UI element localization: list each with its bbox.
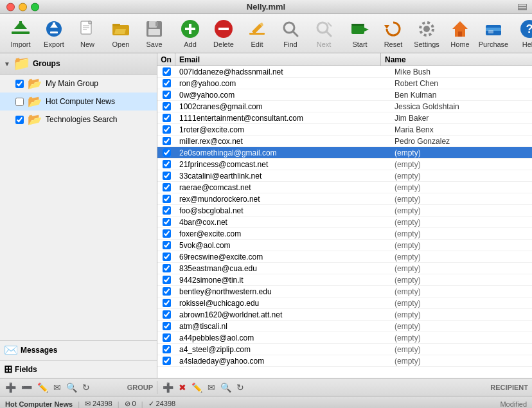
row-checkbox[interactable] <box>163 276 171 284</box>
row-checkbox[interactable] <box>163 125 171 134</box>
find-button[interactable]: Find <box>274 17 307 50</box>
table-row[interactable]: 2e0somethingal@gmail.com(empty) <box>157 147 532 159</box>
technologies-search-checkbox[interactable] <box>15 116 24 124</box>
row-checkbox[interactable] <box>163 91 171 99</box>
save-button[interactable]: Save <box>137 17 171 50</box>
table-row[interactable]: 21fprincess@comcast.net(empty) <box>157 159 532 170</box>
table-row[interactable]: ron@yahoo.comRobert Chen <box>157 78 532 89</box>
sidebar-messages[interactable]: ✉️ Messages <box>0 340 157 360</box>
table-row[interactable]: a4_steel@ziplip.com(empty) <box>157 344 532 355</box>
next-button[interactable]: Next <box>307 17 341 50</box>
open-button[interactable]: Open <box>104 17 137 50</box>
table-row[interactable]: 69recswine@excite.com(empty) <box>157 251 532 263</box>
row-checkbox[interactable] <box>163 345 171 353</box>
add-button[interactable]: Add <box>173 17 207 50</box>
table-row[interactable]: bentley@northwestern.edu(empty) <box>157 286 532 297</box>
bottom-refresh-button[interactable]: ↻ <box>81 381 91 394</box>
row-checkbox[interactable] <box>163 241 171 249</box>
row-checkbox[interactable] <box>163 172 171 180</box>
table-row[interactable]: rokissel@uchicago.edu(empty) <box>157 297 532 309</box>
home-button[interactable]: Home <box>443 17 477 50</box>
table-row[interactable]: 4bar@cox.net(empty) <box>157 217 532 228</box>
new-button[interactable]: New <box>71 17 104 50</box>
row-checkbox[interactable] <box>163 287 171 296</box>
start-button[interactable]: Start <box>343 17 377 50</box>
purchase-button[interactable]: Purchase <box>477 17 510 50</box>
row-checkbox[interactable] <box>163 299 171 307</box>
resize-button[interactable] <box>518 4 527 10</box>
row-checkbox[interactable] <box>163 183 171 191</box>
table-row[interactable]: a44pebbles@aol.com(empty) <box>157 332 532 344</box>
table-row[interactable]: raerae@comcast.net(empty) <box>157 182 532 193</box>
bottom-right-add-button[interactable]: ➕ <box>161 381 175 394</box>
cell-on <box>157 137 175 145</box>
edit-button[interactable]: Edit <box>240 17 274 50</box>
row-checkbox[interactable] <box>163 206 171 215</box>
minimize-button[interactable] <box>19 3 27 11</box>
table-row[interactable]: atm@tiscali.nl(empty) <box>157 321 532 332</box>
settings-label: Settings <box>414 40 439 48</box>
bottom-mail-button[interactable]: ✉ <box>52 381 62 394</box>
row-checkbox[interactable] <box>163 148 171 157</box>
row-checkbox[interactable] <box>163 195 171 203</box>
row-checkbox[interactable] <box>163 79 171 87</box>
delete-button[interactable]: Delete <box>207 17 240 50</box>
import-button[interactable]: Import <box>4 17 37 50</box>
row-checkbox[interactable] <box>163 160 171 168</box>
table-row[interactable]: 5vok@aol.com(empty) <box>157 240 532 251</box>
row-checkbox[interactable] <box>163 137 171 145</box>
table-row[interactable]: foxer@excite.com(empty) <box>157 228 532 240</box>
bottom-right-mail-button[interactable]: ✉ <box>206 381 217 394</box>
help-button[interactable]: ? Help <box>513 17 532 50</box>
maximize-button[interactable] <box>31 3 39 11</box>
export-button[interactable]: Export <box>37 17 71 50</box>
settings-button[interactable]: Settings <box>410 17 443 50</box>
bottom-right-edit-button[interactable]: ✏️ <box>190 381 204 394</box>
table-row[interactable]: 1roter@excite.comMaria Benx <box>157 124 532 136</box>
row-checkbox[interactable] <box>163 218 171 226</box>
table-row[interactable]: 007lddaneze@hadssnmail.netMike Bush <box>157 66 532 78</box>
table-body[interactable]: 007lddaneze@hadssnmail.netMike Bushron@y… <box>157 66 532 378</box>
cell-email: 33catalini@earthlink.net <box>175 171 391 181</box>
my-main-group-checkbox[interactable] <box>15 80 24 88</box>
bottom-right-refresh-button[interactable]: ↻ <box>235 381 245 394</box>
table-row[interactable]: 0w@yahoo.comBen Kulman <box>157 89 532 101</box>
row-checkbox[interactable] <box>163 333 171 342</box>
purchase-icon <box>483 19 504 39</box>
table-row[interactable]: 1111entertainment@consultant.comJim Bake… <box>157 112 532 124</box>
groups-header[interactable]: ▼ 📁 Groups <box>0 53 157 75</box>
bottom-edit-button[interactable]: ✏️ <box>36 381 49 394</box>
row-checkbox[interactable] <box>163 264 171 272</box>
sidebar-item-technologies-search[interactable]: 📂 Technologies Search <box>0 111 157 129</box>
bottom-right-search-button[interactable]: 🔍 <box>219 381 233 394</box>
table-row[interactable]: foo@sbcglobal.net(empty) <box>157 205 532 217</box>
reset-button[interactable]: Reset <box>377 17 410 50</box>
cell-email: 9442simone@tin.it <box>175 275 391 285</box>
row-checkbox[interactable] <box>163 357 171 365</box>
table-row[interactable]: a4sladeday@yahoo.com(empty) <box>157 355 532 367</box>
row-checkbox[interactable] <box>163 229 171 238</box>
table-row[interactable]: 9442simone@tin.it(empty) <box>157 274 532 286</box>
table-row[interactable]: abrown1620@worldnet.att.net(empty) <box>157 309 532 321</box>
row-checkbox[interactable] <box>163 102 171 111</box>
row-checkbox[interactable] <box>163 310 171 319</box>
sidebar-item-my-main-group[interactable]: 📂 My Main Group <box>0 75 157 93</box>
sidebar-fields[interactable]: ⊞ Fields <box>0 360 157 378</box>
bottom-remove-button[interactable]: ➖ <box>20 381 33 394</box>
bottom-add-button[interactable]: ➕ <box>4 381 17 394</box>
row-checkbox[interactable] <box>163 114 171 122</box>
table-row[interactable]: 33catalini@earthlink.net(empty) <box>157 170 532 182</box>
sidebar-item-hot-computer-news[interactable]: 📂 Hot Computer News <box>0 93 157 111</box>
hot-computer-news-checkbox[interactable] <box>15 98 24 106</box>
row-checkbox[interactable] <box>163 67 171 76</box>
table-row[interactable]: miller.rex@cox.netPedro Gonzalez <box>157 136 532 147</box>
table-row[interactable]: rex@mundorockero.net(empty) <box>157 193 532 205</box>
row-checkbox[interactable] <box>163 253 171 261</box>
cell-name: (empty) <box>391 321 532 332</box>
bottom-right-remove-button[interactable]: ✖ <box>177 381 188 394</box>
table-row[interactable]: 835eastman@cua.edu(empty) <box>157 263 532 274</box>
row-checkbox[interactable] <box>163 322 171 330</box>
close-button[interactable] <box>6 3 15 11</box>
bottom-search-button[interactable]: 🔍 <box>65 381 78 394</box>
table-row[interactable]: 1002cranes@gmail.comJessica Goldshtain <box>157 101 532 112</box>
